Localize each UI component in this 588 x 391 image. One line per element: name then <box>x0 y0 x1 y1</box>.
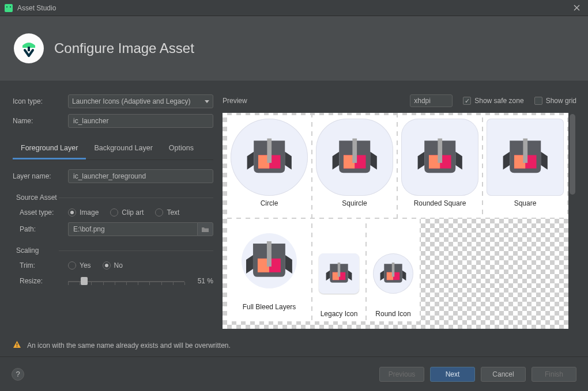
resize-label: Resize: <box>20 277 63 285</box>
trim-no-radio[interactable] <box>103 261 111 269</box>
preview-squircle: Squircle <box>312 115 397 218</box>
asset-type-radios: Image Clip art Text <box>68 208 187 217</box>
next-button[interactable]: Next <box>430 367 475 382</box>
svg-rect-12 <box>438 138 442 162</box>
asset-type-label: Asset type: <box>20 208 63 217</box>
asset-studio-icon <box>14 33 44 63</box>
safe-zone-checkbox-row[interactable]: Show safe zone <box>463 97 523 105</box>
cancel-button[interactable]: Cancel <box>481 367 526 382</box>
window-title: Asset Studio <box>17 4 570 12</box>
name-input[interactable] <box>68 114 213 128</box>
icon-type-label: Icon type: <box>13 97 63 105</box>
density-value: xhdpi <box>414 97 431 105</box>
scaling-section: Scaling <box>13 246 213 255</box>
preview-squircle-caption: Squircle <box>342 199 367 211</box>
titlebar: Asset Studio <box>0 0 588 16</box>
close-icon[interactable] <box>570 1 583 15</box>
tab-foreground-layer[interactable]: Foreground Layer <box>13 141 86 160</box>
trim-yes-radio[interactable] <box>68 261 76 269</box>
show-grid-label: Show grid <box>546 97 576 105</box>
safe-zone-label: Show safe zone <box>474 97 523 105</box>
svg-rect-6 <box>267 138 272 162</box>
name-label: Name: <box>13 117 63 125</box>
tab-options[interactable]: Options <box>161 141 202 160</box>
body: Icon type: Launcher Icons (Adaptive and … <box>0 81 588 329</box>
chevron-down-icon <box>205 100 209 103</box>
svg-rect-0 <box>5 4 13 12</box>
preview-full-bleed-caption: Full Bleed Layers <box>243 303 296 314</box>
preview-scrollbar-thumb[interactable] <box>570 114 575 195</box>
asset-studio-window: Asset Studio Configure Image Asset Icon … <box>0 0 588 391</box>
trim-radios: Yes No <box>68 261 131 269</box>
page-header: Configure Image Asset <box>0 16 588 81</box>
warning-row: An icon with the same name already exist… <box>0 329 588 356</box>
path-label: Path: <box>20 225 63 233</box>
asset-type-text-radio[interactable] <box>155 208 163 217</box>
layer-name-input[interactable] <box>68 169 213 183</box>
resize-value: 51 % <box>189 277 213 285</box>
preview-square: Square <box>483 115 567 218</box>
asset-type-image-radio[interactable] <box>68 208 76 217</box>
svg-rect-27 <box>17 346 17 347</box>
help-button[interactable]: ? <box>12 368 24 381</box>
page-title: Configure Image Asset <box>54 40 194 56</box>
preview-rounded-square-caption: Rounded Square <box>414 199 466 211</box>
preview-square-caption: Square <box>514 199 537 211</box>
configure-panel: Icon type: Launcher Icons (Adaptive and … <box>0 81 220 329</box>
trim-label: Trim: <box>20 261 63 269</box>
icon-type-select[interactable]: Launcher Icons (Adaptive and Legacy) <box>68 94 213 108</box>
preview-round-caption: Round Icon <box>375 310 410 321</box>
asset-type-clipart-radio[interactable] <box>110 208 118 217</box>
asset-type-clipart-label[interactable]: Clip art <box>122 208 144 217</box>
folder-icon <box>201 226 209 233</box>
bottom-bar: ? Previous Next Cancel Finish <box>0 356 588 391</box>
svg-rect-25 <box>392 263 394 277</box>
previous-button[interactable]: Previous <box>379 367 424 382</box>
trim-no-label[interactable]: No <box>114 261 123 269</box>
resize-slider[interactable] <box>68 275 184 287</box>
safe-zone-checkbox[interactable] <box>463 97 471 105</box>
density-select[interactable]: xhdpi <box>410 94 453 107</box>
asset-type-image-label[interactable]: Image <box>80 208 99 217</box>
preview-full-bleed: Full Bleed Layers <box>227 219 311 321</box>
layer-name-label: Layer name: <box>13 172 63 180</box>
app-icon <box>5 4 13 12</box>
asset-type-text-label[interactable]: Text <box>167 208 179 217</box>
warning-text: An icon with the same name already exist… <box>27 341 231 350</box>
svg-rect-22 <box>338 263 340 277</box>
preview-panel: Preview xhdpi Show safe zone Show grid <box>220 81 588 329</box>
show-grid-checkbox-row[interactable]: Show grid <box>534 97 576 105</box>
preview-legacy-caption: Legacy Icon <box>321 310 358 321</box>
source-asset-section: Source Asset <box>13 193 213 202</box>
preview-circle-caption: Circle <box>261 199 278 211</box>
trim-yes-label[interactable]: Yes <box>80 261 91 269</box>
svg-rect-26 <box>17 343 17 346</box>
path-input[interactable] <box>68 222 197 236</box>
browse-button[interactable] <box>197 222 213 236</box>
svg-rect-3 <box>28 47 30 51</box>
layer-tabs: Foreground Layer Background Layer Option… <box>13 141 213 160</box>
show-grid-checkbox[interactable] <box>534 97 542 105</box>
preview-label: Preview <box>223 97 247 105</box>
svg-point-2 <box>10 6 11 7</box>
tab-background-layer[interactable]: Background Layer <box>86 141 160 160</box>
svg-rect-15 <box>523 138 527 162</box>
svg-rect-9 <box>352 138 357 162</box>
svg-rect-19 <box>267 241 272 267</box>
preview-circle: Circle <box>227 115 311 218</box>
preview-legacy: Legacy Icon <box>312 219 365 321</box>
preview-scrollbar[interactable] <box>568 113 576 329</box>
preview-round: Round Icon <box>367 219 420 321</box>
icon-type-value: Launcher Icons (Adaptive and Legacy) <box>72 97 190 105</box>
resize-slider-knob[interactable] <box>81 277 88 285</box>
finish-button[interactable]: Finish <box>532 367 576 382</box>
svg-point-1 <box>6 6 7 7</box>
warning-icon <box>13 340 21 351</box>
preview-rounded-square: Rounded Square <box>398 115 482 218</box>
preview-canvas: Circle Squircle Rounded Square <box>223 113 568 329</box>
